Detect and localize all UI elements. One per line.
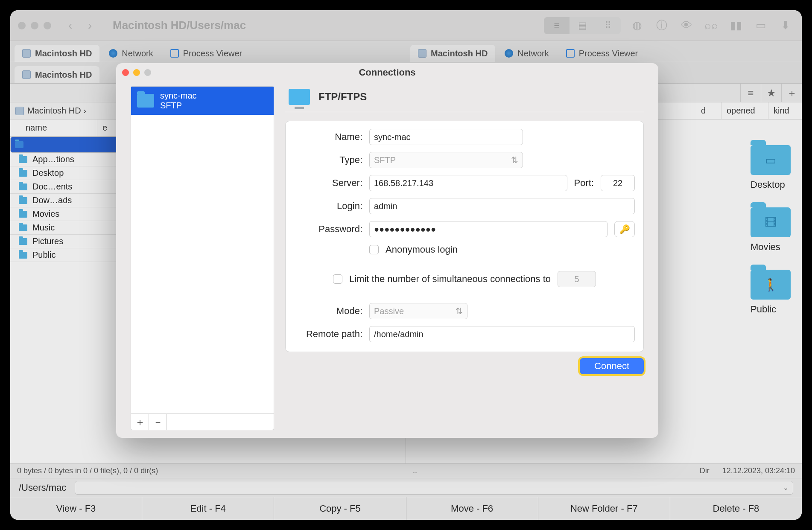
- limit-checkbox[interactable]: [333, 274, 342, 284]
- server-input[interactable]: [369, 175, 567, 191]
- grid-item[interactable]: ▭Desktop: [751, 145, 802, 190]
- folder-icon: [19, 156, 27, 163]
- hd-icon: [22, 49, 31, 58]
- star-icon[interactable]: ★: [761, 84, 781, 102]
- folder-icon: [19, 211, 27, 218]
- grid-item[interactable]: 🎞Movies: [751, 207, 802, 253]
- connections-dialog: Connections sync-mac SFTP ＋ －: [116, 63, 658, 438]
- minimize-icon[interactable]: [31, 22, 38, 29]
- subtab-macintosh-hd[interactable]: Macintosh HD: [15, 66, 99, 83]
- remove-connection-button[interactable]: －: [149, 414, 167, 430]
- mode-select: Passive⇅: [369, 303, 467, 319]
- close-icon[interactable]: [18, 22, 26, 29]
- file-name: Music: [32, 223, 55, 233]
- tab-network[interactable]: Network: [101, 45, 161, 62]
- col-kind[interactable]: kind: [768, 102, 802, 119]
- nav-back-button[interactable]: ‹: [68, 20, 76, 32]
- panels-icon[interactable]: ▮▮: [727, 19, 745, 32]
- name-input[interactable]: [369, 129, 523, 145]
- tab-label: Network: [517, 49, 549, 58]
- key-icon[interactable]: 🔑: [614, 221, 635, 237]
- label-login: Login:: [294, 201, 362, 212]
- remote-path-input[interactable]: [369, 326, 635, 342]
- pane-tabstrips: Macintosh HDNetworkProcess Viewer Macint…: [10, 41, 802, 62]
- hd-icon: [22, 70, 31, 79]
- dialog-close-icon[interactable]: [122, 69, 129, 76]
- breadcrumb-text: Macintosh HD ›: [27, 106, 86, 116]
- grid-item-label: Movies: [751, 242, 802, 253]
- folder-icon: [19, 224, 27, 231]
- monitor-icon: [289, 89, 310, 105]
- chevron-updown-icon: ⇅: [511, 155, 518, 165]
- label-server: Server:: [294, 178, 362, 189]
- monitor-icon: [170, 49, 179, 58]
- file-name: Public: [32, 250, 55, 260]
- folder-icon: [137, 94, 154, 108]
- view-columns-icon[interactable]: ▤: [570, 17, 595, 34]
- footer-delete-button[interactable]: Delete - F8: [670, 497, 802, 520]
- nav-forward-button[interactable]: ›: [88, 20, 96, 32]
- folder-icon: [15, 141, 23, 148]
- download-icon[interactable]: ⬇: [777, 19, 794, 32]
- footer-new-button[interactable]: New Folder - F7: [538, 497, 670, 520]
- col-name[interactable]: name: [20, 119, 97, 136]
- status-bar: 0 bytes / 0 bytes in 0 / 0 file(s), 0 / …: [10, 463, 802, 478]
- add-tab-button[interactable]: ＋: [781, 84, 802, 102]
- binoculars-icon[interactable]: ⌕⌕: [703, 19, 720, 32]
- tab-network[interactable]: Network: [497, 45, 556, 62]
- toggle-icon[interactable]: ◍: [628, 19, 646, 32]
- window-traffic-lights: [18, 22, 51, 29]
- status-right-c: 12.12.2023, 03:24:10: [722, 466, 795, 475]
- add-connection-button[interactable]: ＋: [131, 414, 149, 430]
- anonymous-checkbox[interactable]: [369, 245, 379, 254]
- path-label: /Users/mac: [19, 482, 66, 493]
- footer-view-button[interactable]: View - F3: [10, 497, 142, 520]
- limit-input: [558, 271, 596, 287]
- col-d[interactable]: d: [696, 102, 721, 119]
- dialog-minimize-icon[interactable]: [133, 69, 140, 76]
- mode-value: Passive: [374, 306, 404, 316]
- view-list-icon[interactable]: ≡: [544, 17, 570, 34]
- connect-button[interactable]: Connect: [580, 358, 644, 374]
- connection-item[interactable]: sync-mac SFTP: [131, 87, 274, 115]
- path-bar: /Users/mac ⌄: [10, 478, 802, 497]
- hd-icon: [418, 49, 426, 58]
- grid-item[interactable]: 🚶Public: [751, 270, 802, 315]
- dialog-zoom-icon: [144, 69, 151, 76]
- preview-icon[interactable]: 👁: [678, 19, 695, 32]
- footer-edit-button[interactable]: Edit - F4: [142, 497, 274, 520]
- info-icon[interactable]: ⓘ: [653, 18, 670, 33]
- connection-name: sync-mac: [160, 91, 197, 101]
- globe-icon: [505, 49, 513, 58]
- col-opened[interactable]: opened: [721, 102, 768, 119]
- tab-macintosh-hd[interactable]: Macintosh HD: [410, 45, 495, 62]
- monitor-icon: [566, 49, 575, 58]
- path-dropdown[interactable]: ⌄: [75, 481, 793, 495]
- login-input[interactable]: [369, 198, 635, 214]
- status-right-b: Dir: [700, 466, 710, 475]
- label-mode: Mode:: [294, 306, 362, 317]
- display-icon[interactable]: ▭: [752, 19, 769, 32]
- footer-move-button[interactable]: Move - F6: [406, 497, 538, 520]
- status-left: 0 bytes / 0 bytes in 0 / 0 file(s), 0 / …: [17, 466, 158, 475]
- label-password: Password:: [294, 224, 362, 235]
- port-input[interactable]: [601, 175, 635, 191]
- tab-macintosh-hd[interactable]: Macintosh HD: [15, 45, 99, 62]
- password-input[interactable]: ●●●●●●●●●●●●: [369, 221, 608, 237]
- subtab-label: Macintosh HD: [35, 70, 92, 80]
- file-name: Movies: [32, 209, 59, 219]
- folder-icon: [19, 252, 27, 259]
- type-select[interactable]: SFTP⇅: [369, 152, 523, 168]
- footer-copy-button[interactable]: Copy - F5: [274, 497, 406, 520]
- file-name: Pictures: [32, 236, 63, 246]
- grid-item-label: Desktop: [751, 179, 802, 190]
- tab-process-viewer[interactable]: Process Viewer: [558, 45, 646, 62]
- tab-label: Macintosh HD: [431, 49, 488, 58]
- view-list-cell-icon[interactable]: ≡: [740, 84, 761, 102]
- view-mode-segmented[interactable]: ≡ ▤ ⠿: [544, 17, 621, 34]
- tab-label: Macintosh HD: [35, 49, 92, 58]
- zoom-icon[interactable]: [44, 22, 51, 29]
- view-grid-icon[interactable]: ⠿: [595, 17, 621, 34]
- tab-process-viewer[interactable]: Process Viewer: [163, 45, 250, 62]
- connections-sidebar: sync-mac SFTP ＋ －: [131, 86, 274, 430]
